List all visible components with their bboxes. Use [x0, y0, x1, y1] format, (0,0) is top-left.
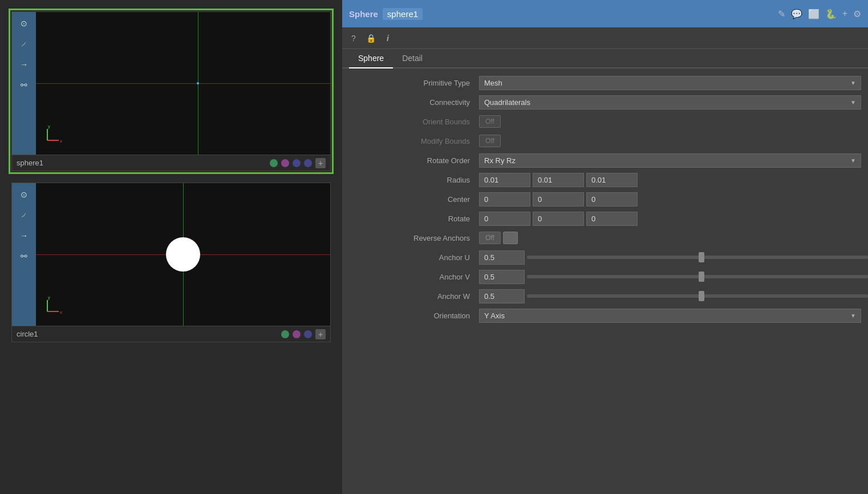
radius-field-y[interactable]: 0.01 — [533, 173, 584, 187]
prop-row-rotate-order: Rotate Order Rx Ry Rz ▼ — [342, 151, 868, 170]
prop-row-reverse-anchors: Reverse Anchors Off — [342, 228, 868, 248]
sidebar-icon-eye[interactable]: ⊙ — [16, 15, 32, 31]
color-dot-blue2-sphere1[interactable] — [304, 159, 312, 167]
sidebar-icon-brush-circle[interactable]: ⟋ — [16, 207, 32, 223]
toolbar-icon-info[interactable]: i — [381, 31, 395, 45]
node-circle1[interactable]: ⊙ ⟋ → ⚯ x — [11, 183, 331, 342]
prop-row-connectivity: Connectivity Quadrilaterals ▼ — [342, 92, 868, 112]
sidebar-icon-eye-circle[interactable]: ⊙ — [16, 187, 32, 203]
left-panel: ⊙ ⟋ → ⚯ x — [0, 0, 342, 494]
dropdown-connectivity[interactable]: Quadrilaterals ▼ — [479, 95, 861, 110]
prop-row-orient-bounds: Orient Bounds Off — [342, 112, 868, 131]
anchor-u-slider[interactable] — [527, 256, 868, 259]
color-dot-blue-circle1[interactable] — [304, 330, 312, 338]
sidebar-icon-arrow-circle[interactable]: → — [16, 228, 32, 244]
prop-value-rotate-order: Rx Ry Rz ▼ — [479, 153, 868, 168]
rotate-field-x[interactable]: 0 — [479, 212, 530, 226]
anchor-w-slider[interactable] — [527, 294, 868, 298]
header-icon-flag[interactable]: ⬜ — [808, 9, 820, 19]
prop-value-anchor-w: 0.5 — [479, 289, 868, 303]
rotate-field-y[interactable]: 0 — [533, 212, 584, 226]
anchor-v-slider[interactable] — [527, 275, 868, 278]
dropdown-primitive-type[interactable]: Mesh ▼ — [479, 76, 861, 90]
prop-label-orientation: Orientation — [342, 311, 479, 320]
anchor-u-field[interactable]: 0.5 — [479, 250, 525, 265]
anchor-v-field[interactable]: 0.5 — [479, 270, 525, 284]
prop-row-anchor-v: Anchor V 0.5 — [342, 267, 868, 286]
chevron-down-icon-orientation: ▼ — [850, 313, 856, 319]
dropdown-rotate-order[interactable]: Rx Ry Rz ▼ — [479, 153, 861, 168]
node-sidebar-circle1: ⊙ ⟋ → ⚯ — [12, 183, 36, 326]
prop-value-radius: 0.01 0.01 0.01 — [479, 173, 868, 187]
reverse-anchors-extra-btn[interactable] — [503, 232, 518, 244]
prop-value-reverse-anchors: Off — [479, 232, 868, 244]
prop-value-anchor-v: 0.5 — [479, 270, 868, 284]
prop-row-modify-bounds: Modify Bounds Off — [342, 131, 868, 151]
color-dot-green-circle1[interactable] — [281, 330, 289, 338]
prop-row-center: Center 0 0 0 — [342, 189, 868, 209]
center-field-x[interactable]: 0 — [479, 192, 530, 206]
right-panel: Sphere sphere1 ✎ 💬 ⬜ 🐍 + ⚙ ? 🔒 i Sphere … — [342, 0, 868, 494]
prop-label-anchor-v: Anchor V — [342, 273, 479, 281]
sidebar-icon-brush[interactable]: ⟋ — [16, 36, 32, 52]
header-icon-plus[interactable]: + — [842, 9, 847, 19]
radius-field-z[interactable]: 0.01 — [586, 173, 638, 187]
header-icon-comment[interactable]: 💬 — [791, 9, 802, 19]
prop-label-orient-bounds: Orient Bounds — [342, 118, 479, 126]
center-field-y[interactable]: 0 — [533, 192, 584, 206]
prop-row-rotate: Rotate 0 0 0 — [342, 209, 868, 228]
tab-sphere[interactable]: Sphere — [349, 49, 393, 68]
prop-label-reverse-anchors: Reverse Anchors — [342, 234, 479, 242]
svg-text:y: y — [48, 124, 50, 129]
color-dot-purple-circle1[interactable] — [293, 330, 301, 338]
header-icon-python[interactable]: 🐍 — [825, 9, 837, 19]
toolbar-icon-question[interactable]: ? — [347, 31, 360, 45]
dropdown-orientation[interactable]: Y Axis ▼ — [479, 309, 861, 323]
prop-value-primitive-type: Mesh ▼ — [479, 76, 868, 90]
toolbar-icon-lock[interactable]: 🔒 — [364, 31, 378, 45]
radius-field-x[interactable]: 0.01 — [479, 173, 530, 187]
prop-label-center: Center — [342, 195, 479, 204]
center-field-z[interactable]: 0 — [586, 192, 638, 206]
viewport-sphere1: x y — [36, 12, 330, 155]
header-icon-pencil[interactable]: ✎ — [778, 9, 785, 19]
prop-label-rotate-order: Rotate Order — [342, 156, 479, 165]
node-add-button-circle1[interactable]: + — [315, 329, 326, 339]
sidebar-icon-anchor[interactable]: ⚯ — [16, 77, 32, 93]
panel-header: Sphere sphere1 ✎ 💬 ⬜ 🐍 + ⚙ — [342, 0, 868, 27]
prop-row-orientation: Orientation Y Axis ▼ — [342, 306, 868, 325]
svg-text:x: x — [60, 139, 62, 144]
prop-value-modify-bounds: Off — [479, 135, 868, 147]
prop-row-anchor-u: Anchor U 0.5 — [342, 248, 868, 267]
color-dot-blue1-sphere1[interactable] — [293, 159, 301, 167]
prop-label-rotate: Rotate — [342, 214, 479, 223]
node-sidebar-sphere1: ⊙ ⟋ → ⚯ — [12, 12, 36, 155]
prop-value-orient-bounds: Off — [479, 115, 868, 128]
tab-detail[interactable]: Detail — [393, 49, 432, 68]
axis-indicator-sphere1: x y — [44, 123, 67, 146]
color-dot-green-sphere1[interactable] — [270, 159, 278, 167]
prop-row-radius: Radius 0.01 0.01 0.01 — [342, 170, 868, 189]
viewport-circle1: x y — [36, 183, 330, 326]
color-dot-purple-sphere1[interactable] — [281, 159, 289, 167]
prop-label-modify-bounds: Modify Bounds — [342, 137, 479, 145]
toggle-orient-bounds[interactable]: Off — [479, 115, 501, 128]
prop-label-anchor-u: Anchor U — [342, 253, 479, 262]
panel-tabs: Sphere Detail — [342, 49, 868, 68]
toggle-reverse-anchors[interactable]: Off — [479, 232, 501, 244]
panel-node-name: sphere1 — [383, 8, 423, 20]
chevron-down-icon-rotate: ▼ — [850, 157, 856, 164]
panel-toolbar: ? 🔒 i — [342, 27, 868, 49]
header-icon-gear[interactable]: ⚙ — [853, 9, 861, 19]
toggle-modify-bounds[interactable]: Off — [479, 135, 501, 147]
sidebar-icon-anchor-circle[interactable]: ⚯ — [16, 248, 32, 264]
rotate-field-z[interactable]: 0 — [586, 212, 638, 226]
chevron-down-icon-connectivity: ▼ — [850, 99, 856, 106]
node-add-button-sphere1[interactable]: + — [315, 158, 326, 168]
prop-label-primitive-type: Primitive Type — [342, 79, 479, 87]
node-sphere1[interactable]: ⊙ ⟋ → ⚯ x — [11, 11, 331, 171]
prop-row-anchor-w: Anchor W 0.5 — [342, 286, 868, 306]
sidebar-icon-arrow[interactable]: → — [16, 56, 32, 72]
anchor-w-field[interactable]: 0.5 — [479, 289, 525, 303]
prop-label-anchor-w: Anchor W — [342, 292, 479, 301]
